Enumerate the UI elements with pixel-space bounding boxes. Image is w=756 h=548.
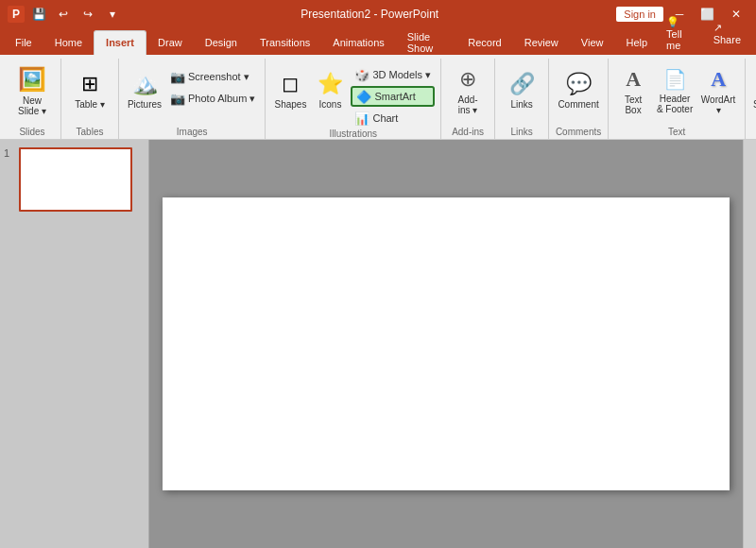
ribbon-group-text: A TextBox 📄 Header& Footer A WordArt ▾ T… bbox=[609, 59, 746, 139]
3d-models-icon: 🎲 bbox=[354, 68, 369, 82]
comment-label: Comment bbox=[558, 99, 598, 110]
signin-button[interactable]: Sign in bbox=[616, 7, 663, 22]
comment-button[interactable]: 💬 Comment bbox=[555, 62, 602, 119]
smartart-icon: 🔷 bbox=[356, 90, 371, 104]
addins-label: Add-ins ▾ bbox=[458, 94, 478, 115]
ribbon-group-comments: 💬 Comment Comments bbox=[549, 59, 609, 139]
ribbon-group-addins: ⊕ Add-ins ▾ Add-ins bbox=[441, 59, 495, 139]
share-button[interactable]: ↗ Share bbox=[706, 18, 748, 49]
text-group-label: Text bbox=[614, 127, 739, 139]
title-bar-left: P 💾 ↩ ↪ ▾ bbox=[8, 4, 123, 25]
textbox-icon: A bbox=[626, 67, 641, 92]
main-area: 1 bbox=[0, 140, 756, 548]
chart-label: Chart bbox=[372, 112, 398, 124]
3d-models-label: 3D Models ▾ bbox=[372, 69, 431, 81]
pictures-icon: 🏔️ bbox=[132, 72, 158, 96]
save-qat-button[interactable]: 💾 bbox=[28, 4, 49, 25]
3d-models-button[interactable]: 🎲 3D Models ▾ bbox=[351, 64, 435, 85]
tab-help[interactable]: Help bbox=[614, 30, 659, 55]
pictures-label: Pictures bbox=[128, 99, 162, 110]
screenshot-icon: 📷 bbox=[170, 70, 185, 84]
tab-design[interactable]: Design bbox=[194, 30, 249, 55]
icons-label: Icons bbox=[318, 99, 341, 110]
wordart-label: WordArt ▾ bbox=[699, 94, 737, 115]
ribbon-right-area: 💡 Tell me ↗ Share bbox=[659, 12, 756, 55]
undo-qat-button[interactable]: ↩ bbox=[53, 4, 74, 25]
photo-album-icon: 📷 bbox=[170, 92, 185, 106]
links-button[interactable]: 🔗 Links bbox=[501, 62, 542, 119]
wordart-button[interactable]: A WordArt ▾ bbox=[697, 62, 739, 119]
tellme-button[interactable]: 💡 Tell me bbox=[659, 12, 702, 55]
ribbon-content: 🖼️ NewSlide ▾ Slides ⊞ Table ▾ Tables 🏔️… bbox=[0, 55, 756, 140]
slides-group-label: Slides bbox=[9, 127, 55, 139]
slide-canvas[interactable] bbox=[163, 197, 730, 490]
icons-icon: ⭐ bbox=[318, 72, 343, 96]
ribbon-group-images: 🏔️ Pictures 📷 Screenshot ▾ 📷 Photo Album… bbox=[119, 59, 266, 139]
table-label: Table ▾ bbox=[75, 99, 105, 110]
tab-file[interactable]: File bbox=[4, 30, 43, 55]
addins-button[interactable]: ⊕ Add-ins ▾ bbox=[447, 62, 489, 119]
icons-button[interactable]: ⭐ Icons bbox=[311, 62, 349, 119]
new-slide-label: NewSlide ▾ bbox=[18, 95, 46, 116]
tab-home[interactable]: Home bbox=[43, 30, 94, 55]
new-slide-icon: 🖼️ bbox=[18, 66, 46, 93]
symbols-group-label bbox=[751, 137, 756, 139]
comments-group-label: Comments bbox=[555, 127, 602, 139]
customize-qat-button[interactable]: ▾ bbox=[102, 4, 123, 25]
slide-canvas-area bbox=[149, 140, 743, 548]
header-footer-label: Header& Footer bbox=[657, 94, 693, 114]
ribbon-group-illustrations: ◻ Shapes ⭐ Icons 🎲 3D Models ▾ 🔷 SmartAr… bbox=[266, 59, 441, 139]
chart-icon: 📊 bbox=[354, 111, 369, 126]
tab-view[interactable]: View bbox=[570, 30, 615, 55]
addins-group-label: Add-ins bbox=[447, 127, 489, 139]
right-scrollbar[interactable] bbox=[743, 140, 756, 548]
links-icon: 🔗 bbox=[509, 72, 535, 96]
screenshot-button[interactable]: 📷 Screenshot ▾ bbox=[166, 66, 259, 87]
photo-album-button[interactable]: 📷 Photo Album ▾ bbox=[166, 88, 259, 109]
pictures-button[interactable]: 🏔️ Pictures bbox=[125, 62, 164, 119]
tab-transitions[interactable]: Transitions bbox=[249, 30, 321, 55]
ribbon-group-tables: ⊞ Table ▾ Tables bbox=[61, 59, 119, 139]
tab-draw[interactable]: Draw bbox=[146, 30, 194, 55]
wordart-icon: A bbox=[711, 67, 726, 92]
ribbon-tabs: File Home Insert Draw Design Transitions… bbox=[0, 28, 756, 55]
slide-thumbnail-container: 1 bbox=[4, 147, 145, 212]
header-footer-button[interactable]: 📄 Header& Footer bbox=[654, 62, 696, 119]
links-group-label: Links bbox=[501, 127, 542, 139]
tab-record[interactable]: Record bbox=[456, 30, 512, 55]
tab-review[interactable]: Review bbox=[513, 30, 570, 55]
textbox-label: TextBox bbox=[625, 94, 642, 115]
new-slide-button[interactable]: 🖼️ NewSlide ▾ bbox=[9, 62, 55, 119]
tab-animations[interactable]: Animations bbox=[321, 30, 395, 55]
illustrations-group-label: Illustrations bbox=[271, 128, 435, 141]
redo-qat-button[interactable]: ↪ bbox=[77, 4, 98, 25]
addins-icon: ⊕ bbox=[459, 67, 476, 92]
symbols-button[interactable]: Ω Symbols bbox=[751, 62, 756, 119]
ribbon-group-links: 🔗 Links Links bbox=[495, 59, 549, 139]
table-icon: ⊞ bbox=[81, 72, 98, 96]
shapes-icon: ◻ bbox=[282, 72, 299, 96]
chart-button[interactable]: 📊 Chart bbox=[351, 108, 435, 128]
comment-icon: 💬 bbox=[566, 72, 592, 96]
header-footer-icon: 📄 bbox=[663, 68, 687, 91]
slide-thumbnail[interactable] bbox=[19, 147, 132, 212]
table-button[interactable]: ⊞ Table ▾ bbox=[67, 62, 112, 119]
screenshot-label: Screenshot ▾ bbox=[188, 71, 249, 83]
powerpoint-icon: P bbox=[8, 6, 25, 23]
images-group-label: Images bbox=[125, 127, 259, 139]
shapes-button[interactable]: ◻ Shapes bbox=[271, 62, 309, 119]
photo-album-label: Photo Album ▾ bbox=[188, 93, 255, 105]
smartart-button[interactable]: 🔷 SmartArt bbox=[351, 86, 435, 107]
ribbon-group-symbols: Ω Symbols 🔈 Media bbox=[746, 59, 756, 139]
shapes-label: Shapes bbox=[274, 99, 306, 110]
tab-insert[interactable]: Insert bbox=[94, 30, 146, 55]
title-bar: P 💾 ↩ ↪ ▾ Presentation2 - PowerPoint Sig… bbox=[0, 0, 756, 28]
slide-panel: 1 bbox=[0, 140, 149, 548]
tables-group-label: Tables bbox=[67, 127, 112, 139]
ribbon-group-slides: 🖼️ NewSlide ▾ Slides bbox=[4, 59, 61, 139]
slide-number: 1 bbox=[4, 147, 15, 159]
tab-slideshow[interactable]: Slide Show bbox=[396, 30, 456, 55]
links-label: Links bbox=[510, 99, 532, 110]
smartart-label: SmartArt bbox=[374, 91, 415, 102]
textbox-button[interactable]: A TextBox bbox=[614, 62, 652, 119]
